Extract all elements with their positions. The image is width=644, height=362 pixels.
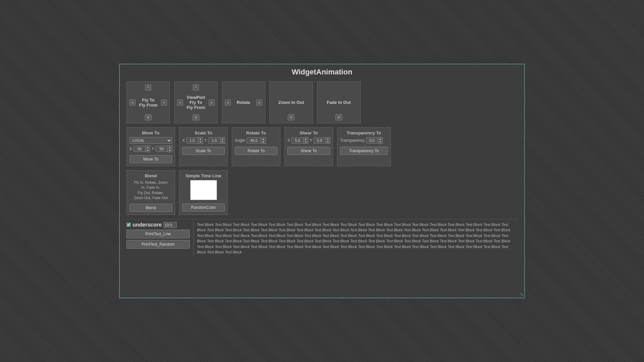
scale-to-x-up[interactable]: ▲ bbox=[198, 137, 203, 140]
fade-down-btn[interactable]: V bbox=[335, 114, 342, 120]
viewport-fly-panel: ^ < ViewPortFly ToFly From > V bbox=[174, 81, 218, 123]
move-to-y-input[interactable] bbox=[156, 146, 168, 152]
main-container: WidgetAnimation ^ < Fly ToFly From > V bbox=[119, 64, 525, 298]
page-title: WidgetAnimation bbox=[126, 68, 518, 76]
random-color-btn[interactable]: RandomColor bbox=[182, 203, 225, 212]
text-block-area: Text Block Text Block Text Block Text Bl… bbox=[194, 222, 518, 255]
underscore-row: underscore bbox=[126, 222, 190, 228]
move-to-x-up[interactable]: ▲ bbox=[146, 146, 150, 149]
row1: ^ < Fly ToFly From > V ^ bbox=[126, 81, 518, 123]
shear-to-x-input[interactable] bbox=[291, 137, 304, 143]
fade-panel: ^ Fade In Out V bbox=[317, 81, 361, 123]
underscore-checkbox[interactable] bbox=[126, 223, 131, 227]
shear-to-y-input[interactable] bbox=[314, 137, 326, 143]
viewport-fly-up-btn[interactable]: ^ bbox=[193, 84, 199, 90]
scale-to-panel: Scale To X ▲ ▼ Y ▲ ▼ bbox=[179, 127, 228, 166]
transparency-to-btn[interactable]: Transparency To bbox=[340, 147, 388, 155]
rotate-to-angle-down[interactable]: ▼ bbox=[261, 140, 266, 143]
fly-to-up-btn[interactable]: ^ bbox=[145, 84, 151, 90]
fly-to-left-btn[interactable]: < bbox=[129, 100, 136, 106]
shear-to-y-up[interactable]: ▲ bbox=[326, 137, 330, 140]
row2: Move To LOCAL GLOBAL X ▲ ▼ Y bbox=[126, 127, 518, 166]
text-block-content: Text Block Text Block Text Block Text Bl… bbox=[197, 222, 518, 255]
scale-to-y-input[interactable] bbox=[208, 137, 220, 143]
transparency-to-trans: Transparency ▲ ▼ bbox=[340, 137, 388, 144]
zoom-down-btn[interactable]: V bbox=[288, 114, 294, 120]
simple-timeline-title: Simple Time Line bbox=[182, 173, 225, 178]
zoom-label: Zoom In Out bbox=[272, 100, 310, 105]
move-to-btn[interactable]: Move To bbox=[129, 155, 172, 163]
scale-to-y-down[interactable]: ▼ bbox=[220, 140, 225, 143]
fly-to-right-btn[interactable]: > bbox=[161, 100, 167, 106]
viewport-fly-down-btn[interactable]: V bbox=[193, 114, 199, 120]
scale-to-xy: X ▲ ▼ Y ▲ ▼ bbox=[182, 137, 225, 144]
zoom-panel: ^ Zoom In Out V bbox=[269, 81, 313, 123]
scale-to-x-input[interactable] bbox=[186, 137, 198, 143]
shear-to-x-up[interactable]: ▲ bbox=[304, 137, 308, 140]
rotate-panel: ^ < Rotate > V bbox=[222, 81, 265, 123]
blend-panel: Blend Fly In, Rotate, ZoomIn, Fade In.Fl… bbox=[126, 170, 175, 215]
move-to-dropdown[interactable]: LOCAL GLOBAL bbox=[129, 137, 172, 144]
blend-title: Blend bbox=[129, 173, 172, 178]
fly-to-down-btn[interactable]: V bbox=[145, 114, 151, 120]
fly-to-label: Fly ToFly From bbox=[136, 98, 161, 108]
rotate-to-angle: Angle ▲ ▼ bbox=[235, 137, 277, 144]
underscore-num-input[interactable] bbox=[163, 222, 177, 228]
shear-to-y-down[interactable]: ▼ bbox=[326, 140, 330, 143]
move-to-title: Move To bbox=[129, 130, 172, 135]
transparency-to-down[interactable]: ▼ bbox=[378, 140, 382, 143]
scale-to-btn[interactable]: Scale To bbox=[182, 147, 225, 155]
resize-handle[interactable]: ⤡ bbox=[520, 292, 524, 297]
move-to-y-up[interactable]: ▲ bbox=[168, 146, 172, 149]
shear-to-panel: Shear To X ▲ ▼ Y ▲ ▼ bbox=[284, 127, 333, 166]
row3: Blend Fly In, Rotate, ZoomIn, Fade In.Fl… bbox=[126, 170, 518, 215]
rotate-label: Rotate bbox=[231, 100, 256, 105]
move-to-y-down[interactable]: ▼ bbox=[168, 149, 172, 152]
fade-label: Fade In Out bbox=[320, 100, 358, 105]
bottom-bar: underscore PrintText_Line PrintText_Rand… bbox=[126, 219, 518, 255]
print-text-line-btn[interactable]: PrintText_Line bbox=[126, 230, 190, 238]
fly-to-panel: ^ < Fly ToFly From > V bbox=[126, 81, 170, 123]
rotate-to-panel: Rotate To Angle ▲ ▼ Rotate To bbox=[232, 127, 280, 166]
transparency-to-panel: Transparency To Transparency ▲ ▼ Transpa… bbox=[337, 127, 391, 166]
scale-to-x-down[interactable]: ▼ bbox=[198, 140, 203, 143]
shear-to-title: Shear To bbox=[287, 130, 330, 135]
blend-btn[interactable]: Blend bbox=[129, 204, 172, 212]
shear-to-xy: X ▲ ▼ Y ▲ ▼ bbox=[287, 137, 330, 144]
move-to-panel: Move To LOCAL GLOBAL X ▲ ▼ Y bbox=[126, 127, 175, 166]
move-to-x-down[interactable]: ▼ bbox=[146, 149, 150, 152]
color-swatch bbox=[190, 180, 217, 200]
scale-to-title: Scale To bbox=[182, 130, 225, 135]
rotate-left-btn[interactable]: < bbox=[225, 100, 231, 106]
rotate-right-btn[interactable]: > bbox=[256, 100, 262, 106]
transparency-to-title: Transparency To bbox=[340, 130, 388, 135]
rotate-to-btn[interactable]: Rotate To bbox=[235, 147, 277, 155]
shear-to-x-down[interactable]: ▼ bbox=[304, 140, 308, 143]
rotate-to-angle-input[interactable] bbox=[247, 137, 261, 143]
blend-text: Fly In, Rotate, ZoomIn, Fade In.Fly Out,… bbox=[129, 180, 172, 201]
transparency-to-input[interactable] bbox=[366, 137, 378, 143]
scale-to-y-up[interactable]: ▲ bbox=[220, 137, 225, 140]
simple-timeline-panel: Simple Time Line RandomColor bbox=[179, 170, 228, 215]
rotate-to-title: Rotate To bbox=[235, 130, 277, 135]
bottom-left: underscore PrintText_Line PrintText_Rand… bbox=[126, 222, 194, 255]
move-to-x-input[interactable] bbox=[133, 146, 146, 152]
transparency-to-up[interactable]: ▲ bbox=[378, 137, 382, 140]
print-text-random-btn[interactable]: PrintText_Random bbox=[126, 240, 190, 249]
rotate-to-angle-up[interactable]: ▲ bbox=[261, 137, 266, 140]
viewport-fly-left-btn[interactable]: < bbox=[177, 100, 183, 106]
shear-to-btn[interactable]: Shear To bbox=[287, 147, 330, 155]
viewport-fly-right-btn[interactable]: > bbox=[209, 100, 215, 106]
move-to-xy: X ▲ ▼ Y ▲ ▼ bbox=[129, 145, 172, 152]
underscore-label: underscore bbox=[132, 222, 162, 228]
viewport-fly-label: ViewPortFly ToFly From bbox=[183, 95, 208, 110]
